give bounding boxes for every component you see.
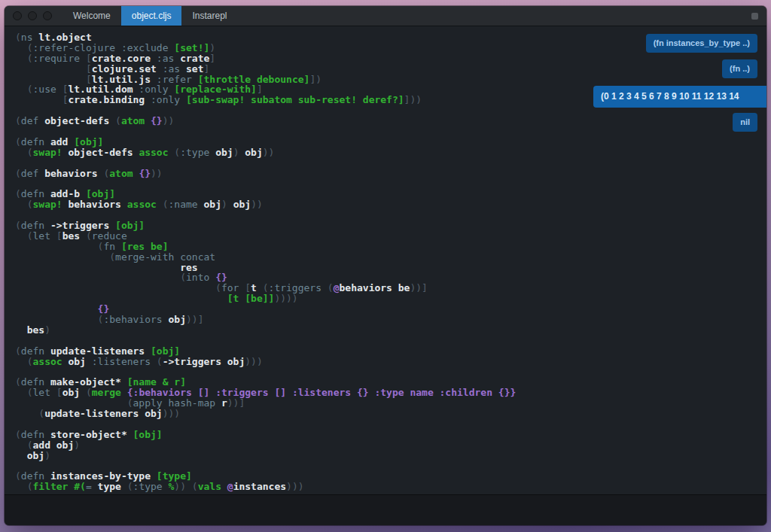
code-token: atom [121, 115, 151, 126]
code-token: obj [215, 147, 233, 158]
code-token [15, 356, 27, 367]
tab-object-cljs[interactable]: object.cljs [121, 6, 182, 26]
code-line[interactable]: (def object-defs (atom {})) [15, 116, 766, 126]
code-token [15, 481, 27, 492]
code-token: def [21, 115, 44, 126]
code-token: instances [233, 481, 286, 492]
tab-welcome[interactable]: Welcome [62, 6, 121, 26]
code-token: r [221, 397, 227, 409]
code-token: ( [263, 282, 269, 293]
instarepl-result-badge[interactable]: (0 1 2 3 4 5 6 7 8 9 10 11 12 13 14 [593, 86, 766, 108]
code-line[interactable] [15, 126, 766, 137]
code-line[interactable]: (defn make-object* [name & r] [15, 377, 766, 388]
code-line[interactable]: obj) [15, 451, 766, 461]
code-token: [ [86, 63, 92, 74]
zoom-window-button[interactable] [43, 11, 52, 20]
code-token: ( [38, 408, 44, 419]
code-token: {:behaviors [] :triggers [] :listeners {… [127, 387, 517, 398]
code-line[interactable]: (fn [res be] [15, 242, 766, 252]
code-line[interactable]: (into {} [15, 272, 766, 283]
code-token: let [32, 387, 56, 398]
code-line[interactable] [15, 158, 766, 169]
code-line[interactable]: (defn ->triggers [obj] [15, 220, 766, 231]
instarepl-result-badge[interactable]: (fn instances_by_type ..) [646, 34, 757, 53]
code-token: )) [163, 115, 175, 126]
lighttable-window: Welcome object.cljs Instarepl (ns lt.obj… [5, 6, 766, 525]
code-line[interactable]: (:require [crate.core :as crate] [15, 53, 766, 64]
code-line[interactable]: bes) [15, 325, 766, 336]
code-token: obj [169, 314, 186, 325]
code-line[interactable]: (defn instances-by-type [type] [15, 471, 766, 482]
code-line[interactable] [15, 461, 766, 472]
code-token: ))) [286, 481, 303, 492]
code-line[interactable]: res [15, 263, 766, 273]
code-token: defn [21, 345, 50, 357]
code-token: obj [27, 450, 44, 461]
code-token [15, 282, 215, 293]
code-line[interactable]: (let [obj (merge {:behaviors [] :trigger… [15, 388, 766, 398]
code-token: [res be] [121, 241, 169, 252]
settings-icon[interactable] [751, 13, 758, 20]
minimize-window-button[interactable] [28, 11, 37, 20]
close-window-button[interactable] [13, 11, 22, 20]
code-token: ( [174, 147, 180, 158]
code-token: for [221, 282, 245, 293]
code-token: behaviors [44, 168, 103, 179]
code-line[interactable]: (defn add [obj] [15, 137, 766, 147]
code-line[interactable]: (filter #(= type (:type %)) (vals @insta… [15, 482, 766, 492]
code-line[interactable] [15, 210, 766, 220]
code-token: ]) [309, 74, 322, 85]
code-line[interactable]: (let [bes (reduce [15, 231, 766, 242]
code-token: )) [151, 168, 163, 179]
code-token: object-defs [44, 115, 115, 126]
code-line[interactable]: [lt.util.js :refer [throttle debounce]]) [15, 74, 766, 85]
code-token [15, 450, 27, 461]
code-token: ( [192, 481, 198, 492]
code-line[interactable]: {} [15, 304, 766, 315]
code-token: clojure.set [92, 63, 157, 74]
code-token: ) [221, 199, 233, 210]
code-line[interactable]: (assoc obj :listeners (->triggers obj))) [15, 357, 766, 367]
code-token: [ [86, 74, 92, 85]
code-token: ( [15, 115, 21, 126]
code-line[interactable]: (defn store-object* [obj] [15, 430, 766, 440]
code-token [15, 324, 27, 336]
code-token: bes [27, 324, 44, 336]
instarepl-result-badge[interactable]: nil [733, 113, 757, 132]
instarepl-result-badge[interactable]: (fn ..) [722, 59, 757, 78]
code-line[interactable] [15, 178, 766, 189]
code-line[interactable]: (def behaviors (atom {})) [15, 169, 766, 179]
code-token: obj [68, 356, 91, 367]
tab-instarepl[interactable]: Instarepl [181, 6, 237, 26]
code-line[interactable]: (swap! behaviors assoc (:name obj) obj)) [15, 199, 766, 210]
code-token: assoc [127, 199, 163, 210]
code-token: atom [109, 168, 139, 179]
code-token: apply hash-map [133, 397, 221, 409]
code-line[interactable]: (apply hash-map r))] [15, 398, 766, 409]
code-token: bes [62, 230, 86, 242]
code-line[interactable]: (add obj) [15, 440, 766, 451]
code-token: behaviors [340, 282, 398, 293]
code-token: [replace-with] [174, 84, 257, 95]
code-line[interactable]: (update-listeners obj))) [15, 409, 766, 419]
code-token [15, 241, 98, 252]
titlebar: Welcome object.cljs Instarepl [5, 6, 766, 26]
code-line[interactable]: (defn add-b [obj] [15, 189, 766, 199]
code-line[interactable] [15, 367, 766, 378]
code-token: ( [15, 168, 21, 179]
code-token: obj [245, 147, 262, 158]
code-token [15, 262, 180, 273]
code-token: filter [32, 481, 74, 492]
code-line[interactable]: (merge-with concat [15, 252, 766, 263]
code-line[interactable]: [clojure.set :as set] [15, 64, 766, 74]
code-line[interactable]: (for [t (:triggers (@behaviors be))] [15, 283, 766, 293]
code-line[interactable] [15, 336, 766, 346]
code-line[interactable] [15, 419, 766, 430]
code-line[interactable]: (defn update-listeners [obj] [15, 346, 766, 357]
code-line[interactable]: [t [be]])))) [15, 293, 766, 304]
code-line[interactable]: (swap! object-defs assoc (:type obj) obj… [15, 147, 766, 158]
code-line[interactable]: (:behaviors obj))] [15, 315, 766, 325]
code-token: [obj] [133, 429, 163, 440]
code-token: ( [15, 376, 21, 388]
code-token: [ [245, 282, 251, 293]
